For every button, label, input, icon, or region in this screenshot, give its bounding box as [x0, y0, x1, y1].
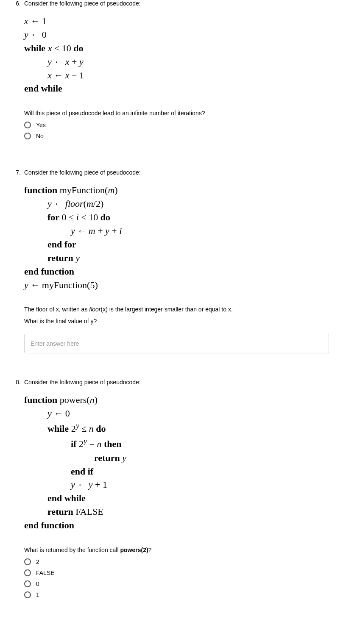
- question-number: 6.: [11, 0, 24, 7]
- radio-group: Yes No: [24, 122, 329, 139]
- radio-option-yes[interactable]: Yes: [24, 122, 329, 128]
- arg-5: 5: [90, 280, 95, 290]
- question-prompt: Consider the following piece of pseudoco…: [24, 0, 329, 7]
- var-y: y: [24, 280, 28, 290]
- question-number: 7.: [11, 169, 24, 176]
- radio-icon: [24, 122, 31, 128]
- var-y: y: [105, 225, 109, 236]
- radio-option-0[interactable]: 0: [24, 580, 329, 587]
- radio-label: 1: [36, 591, 39, 598]
- kw-end-function: end function: [24, 520, 74, 530]
- exp-y: y: [76, 422, 79, 430]
- op-le: ≤: [81, 424, 86, 434]
- kw-end-for: end for: [47, 239, 76, 250]
- var-y: y: [89, 479, 93, 490]
- var-x: x: [47, 70, 52, 80]
- answer-input[interactable]: [24, 334, 329, 353]
- kw-end-while: end while: [47, 493, 86, 503]
- op-lt: <: [81, 212, 86, 222]
- kw-then: then: [104, 439, 122, 450]
- val-false: FALSE: [75, 506, 103, 517]
- call-text: powers(2): [120, 547, 148, 553]
- radio-icon: [24, 558, 31, 565]
- fn-name: powers: [60, 394, 87, 405]
- kw-do: do: [96, 424, 106, 434]
- kw-end-if: end if: [71, 466, 93, 477]
- pseudocode-block: x ← 1 y ← 0 while x < 10 do y ← x + y x …: [24, 14, 329, 95]
- kw-function: function: [24, 185, 57, 195]
- var-i: i: [76, 212, 79, 222]
- kw-for: for: [47, 212, 59, 222]
- radio-option-no[interactable]: No: [24, 133, 329, 139]
- kw-end-function: end function: [24, 266, 74, 277]
- kw-return: return: [47, 253, 73, 263]
- arg-n: n: [90, 394, 95, 405]
- var-x: x: [24, 16, 28, 26]
- kw-function: function: [24, 394, 57, 405]
- question-number: 8.: [11, 379, 24, 386]
- text: What is returned by the function call: [24, 547, 120, 553]
- kw-do: do: [100, 212, 110, 222]
- text: ?: [148, 547, 152, 553]
- question-prompt: Consider the following piece of pseudoco…: [24, 379, 329, 386]
- kw-while: while: [24, 43, 45, 53]
- question-prompt: Consider the following piece of pseudoco…: [24, 169, 329, 176]
- question-body: Consider the following piece of pseudoco…: [24, 0, 329, 144]
- var-y: y: [122, 452, 126, 463]
- fn-name: myFunction: [60, 185, 105, 195]
- op-eq: =: [89, 439, 95, 450]
- val-1: 1: [103, 479, 107, 490]
- radio-label: 2: [36, 558, 39, 565]
- radio-label: FALSE: [36, 569, 55, 576]
- var-i: i: [119, 225, 122, 236]
- op-plus: +: [98, 225, 103, 236]
- radio-group: 2 FALSE 0 1: [24, 558, 329, 598]
- op-plus: +: [95, 479, 100, 490]
- base-2: 2: [79, 439, 84, 450]
- op-le: ≤: [69, 212, 74, 222]
- question-body: Consider the following piece of pseudoco…: [24, 379, 329, 602]
- kw-return: return: [94, 452, 120, 463]
- val-1: 1: [79, 70, 84, 80]
- var-y: y: [71, 225, 75, 236]
- radio-icon: [24, 591, 31, 598]
- val-10: 10: [62, 43, 71, 53]
- val-0: 0: [42, 29, 47, 40]
- radio-option-1[interactable]: 1: [24, 591, 329, 598]
- div2: /2: [93, 198, 100, 209]
- var-y: y: [71, 479, 75, 490]
- pseudocode-block: function myFunction(m) y ← floor(m/2) fo…: [24, 183, 329, 291]
- var-x: x: [48, 43, 52, 53]
- radio-icon: [24, 580, 31, 587]
- text: (x) is the largest integer smaller than …: [101, 306, 233, 313]
- kw-do: do: [73, 43, 83, 53]
- fn-call: myFunction: [42, 280, 87, 290]
- radio-option-false[interactable]: FALSE: [24, 569, 329, 576]
- pseudocode-block: function powers(n) y ← 0 while 2y ≤ n do…: [24, 393, 329, 532]
- floor-explain: The floor of x, written as floor(x) is t…: [24, 306, 329, 313]
- var-x: x: [65, 70, 70, 80]
- var-m: m: [86, 198, 93, 209]
- kw-return: return: [47, 506, 73, 517]
- sub-question: Will this piece of pseudocode lead to an…: [24, 110, 329, 117]
- floor-word: floor: [89, 306, 100, 313]
- var-x: x: [65, 56, 70, 67]
- radio-icon: [24, 569, 31, 576]
- radio-icon: [24, 133, 31, 139]
- base-2: 2: [71, 424, 76, 434]
- question-6: 6. Consider the following piece of pseud…: [0, 0, 346, 169]
- question-7: 7. Consider the following piece of pseud…: [0, 169, 346, 379]
- question-body: Consider the following piece of pseudoco…: [24, 169, 329, 353]
- kw-while: while: [47, 424, 69, 434]
- var-y: y: [75, 253, 80, 263]
- radio-label: Yes: [36, 122, 46, 128]
- radio-label: 0: [36, 580, 39, 587]
- radio-option-2[interactable]: 2: [24, 558, 329, 565]
- val-10: 10: [89, 212, 98, 222]
- exp-y: y: [84, 437, 87, 445]
- var-n: n: [89, 424, 94, 434]
- sub-question: What is the final value of y?: [24, 318, 329, 325]
- op-plus: +: [72, 56, 77, 67]
- arg-m: m: [108, 185, 114, 195]
- var-n: n: [97, 439, 102, 450]
